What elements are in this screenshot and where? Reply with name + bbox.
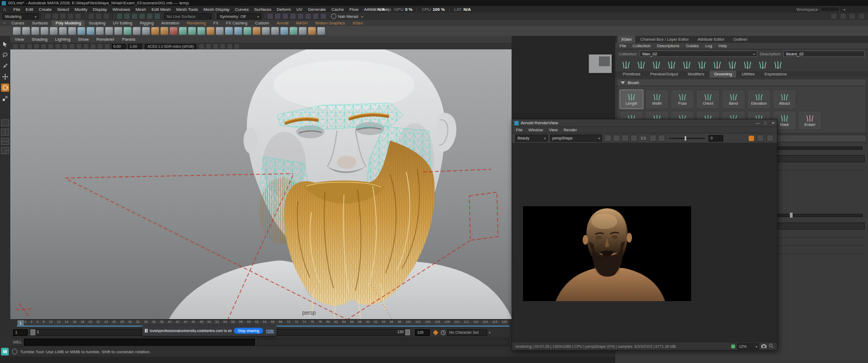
menu-item[interactable]: Curves — [232, 7, 251, 12]
tool-settings-toggle-icon[interactable] — [849, 13, 856, 20]
paint-select-tool-icon[interactable] — [1, 62, 9, 70]
camera-icon[interactable] — [761, 344, 767, 349]
arnold-menu-item[interactable]: Render — [564, 128, 577, 132]
menu-item[interactable]: File — [10, 7, 23, 12]
grooming-brush-button[interactable]: Length — [620, 90, 643, 109]
lighting-icon[interactable] — [20, 43, 25, 49]
sidebar-tab[interactable]: Outliner — [729, 36, 751, 43]
add-guides-icon[interactable] — [651, 60, 662, 69]
menu-item[interactable]: Create — [36, 7, 54, 12]
menu-item[interactable]: Edit — [23, 7, 36, 12]
xgen-section-tab[interactable]: Expressions — [760, 71, 791, 78]
open-scene-icon[interactable] — [52, 13, 59, 20]
rotate-tool-icon[interactable] — [1, 84, 9, 92]
move-tool-icon[interactable] — [1, 73, 9, 81]
close-icon[interactable]: ✕ — [771, 121, 775, 125]
sidebar-tab[interactable]: Channel Box / Layer Editor — [636, 36, 693, 43]
sidebar-tab[interactable]: Attribute Editor — [694, 36, 729, 43]
menu-item[interactable]: Flow — [347, 7, 361, 12]
four-pane-layout-button[interactable] — [1, 147, 9, 154]
shelf-menu-icon[interactable]: ─ — [1, 21, 8, 26]
workspace-selector-icon[interactable] — [858, 13, 865, 20]
shelf-icon[interactable] — [68, 27, 76, 35]
settings-icon[interactable] — [767, 135, 774, 142]
grooming-brush-button[interactable]: Bend — [722, 90, 745, 109]
shelf-icon[interactable] — [31, 27, 39, 35]
display-settings-icon[interactable] — [649, 135, 656, 142]
shelf-tab[interactable]: Sculpting — [85, 20, 109, 26]
arnold-menu-item[interactable]: View — [549, 128, 558, 132]
arnold-menu-item[interactable]: Window — [528, 128, 543, 132]
density-brush-icon[interactable] — [712, 60, 723, 69]
minimize-icon[interactable]: — — [756, 121, 760, 125]
menu-item[interactable]: Display — [90, 7, 110, 12]
shelf-tab[interactable]: FX Caching — [222, 20, 251, 26]
depth-of-field-icon[interactable] — [55, 43, 61, 49]
shelf-tab[interactable]: Arnold — [273, 20, 292, 26]
wireframe-on-shaded-icon[interactable] — [76, 43, 82, 49]
shelf-tab[interactable]: Rigging — [136, 20, 157, 26]
attribute-editor-toggle-icon[interactable] — [840, 13, 846, 20]
shelf-tab[interactable]: Motion Graphics — [311, 20, 349, 26]
command-input[interactable] — [24, 339, 255, 346]
maya-home-icon[interactable]: ⌂ — [3, 7, 6, 12]
ambient-occlusion-icon[interactable] — [34, 43, 40, 49]
live-surface-field[interactable]: No Live Surface — [164, 13, 212, 20]
xgen-menu-item[interactable]: Help — [719, 43, 727, 48]
search-icon[interactable] — [769, 343, 774, 349]
shelf-icon[interactable] — [179, 27, 187, 35]
exposure-field[interactable]: 0.00 — [112, 44, 126, 49]
xgen-section-tab[interactable]: Preview/Output — [646, 71, 682, 78]
shelf-tab[interactable]: UV Editing — [109, 20, 136, 26]
grooming-brush-button[interactable]: Eraser — [798, 111, 822, 130]
set-key-icon[interactable] — [433, 330, 438, 335]
isolate-select-icon[interactable] — [62, 43, 68, 49]
highlight-selection-icon[interactable] — [267, 13, 273, 20]
xgen-menu-item[interactable]: File — [620, 43, 626, 48]
arnold-title-bar[interactable]: Arnold RenderView — □ ✕ — [512, 119, 777, 127]
zoom-1-1-button[interactable]: 1:1 — [640, 136, 647, 140]
animation-start-field[interactable]: 1 — [13, 329, 28, 336]
shelf-icon[interactable] — [151, 27, 159, 35]
description-field[interactable]: Beard_02 — [783, 50, 865, 57]
undo-icon[interactable] — [67, 13, 74, 20]
floating-window-thumbnail[interactable] — [589, 54, 612, 73]
workspace-dropdown[interactable] — [820, 7, 840, 12]
save-image-icon[interactable] — [757, 135, 764, 142]
menu-item[interactable]: Select — [54, 7, 72, 12]
xray-icon[interactable] — [69, 43, 75, 49]
shelf-icon[interactable] — [78, 27, 85, 35]
select-component-icon[interactable] — [103, 13, 110, 20]
aov-dropdown[interactable]: Beauty ▾ — [515, 135, 548, 142]
shelf-icon[interactable] — [22, 27, 30, 35]
symmetry-dropdown[interactable]: Symmetry: Off ▾ — [217, 13, 261, 20]
grooming-brush-button[interactable]: Attract — [773, 90, 796, 109]
shelf-icon[interactable] — [170, 27, 177, 35]
exposure-value-field[interactable]: 0 — [709, 135, 723, 142]
xgen-menu-item[interactable]: Collection — [633, 43, 650, 48]
viewport-menu-item[interactable]: Show — [78, 37, 89, 42]
xgen-section-tab[interactable]: Grooming — [710, 71, 736, 78]
motion-blur-icon[interactable] — [41, 43, 47, 49]
stop-sharing-button[interactable]: Stop sharing — [234, 328, 263, 334]
refresh-icon[interactable] — [234, 43, 240, 49]
ab-compare-icon[interactable] — [622, 135, 629, 142]
slider-handle[interactable] — [685, 136, 686, 141]
shelf-icon[interactable] — [280, 27, 288, 35]
account-menu[interactable]: Nah Merad ▾ — [331, 14, 363, 19]
slider-handle[interactable] — [790, 213, 793, 218]
shadows-icon[interactable] — [27, 43, 33, 49]
viewport-menu-item[interactable]: Panels — [122, 37, 135, 42]
shelf-icon[interactable] — [271, 27, 279, 35]
view-transform-icon[interactable] — [213, 43, 219, 49]
light-editor-icon[interactable] — [305, 13, 311, 20]
arnold-render-canvas[interactable] — [512, 143, 777, 342]
two-pane-layout-button[interactable] — [1, 129, 9, 136]
shelf-tab[interactable]: Custom — [251, 20, 273, 26]
shelf-tab[interactable]: Rendering — [183, 20, 210, 26]
shelf-icon[interactable] — [197, 27, 205, 35]
collection-dropdown[interactable]: Man_02 ▾ — [640, 50, 757, 57]
shelf-icon[interactable] — [253, 27, 260, 35]
grooming-brush-button[interactable]: Elevation — [747, 90, 771, 109]
grooming-brush-button[interactable]: Pose — [671, 90, 694, 109]
